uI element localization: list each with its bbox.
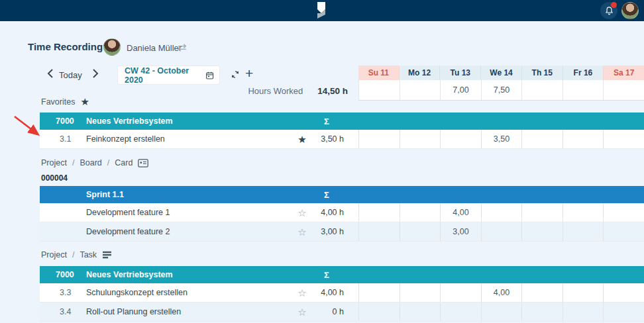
week-day-totals: 7,00 7,50 [358,80,644,101]
week-selector[interactable]: CW 42 - October 2020 [118,66,219,84]
board-code: 000004 [41,173,68,183]
day-total [358,80,400,101]
time-cell[interactable] [603,203,644,222]
refresh-button[interactable] [230,69,241,83]
time-cell[interactable] [603,283,644,302]
card-icon [138,159,148,167]
task-code: 3.4 [40,307,86,316]
time-cell[interactable] [358,283,400,302]
time-cell[interactable] [603,302,644,321]
task-title: Development feature 2 [86,227,295,236]
time-cell[interactable]: 3,00 [440,222,481,241]
hours-worked-summary: Hours Worked 14,50 h [199,86,348,96]
day-header-su: Su 11 [358,66,399,80]
favorite-toggle-icon[interactable]: ★ [295,130,309,149]
time-cell[interactable] [400,302,441,321]
next-week-button[interactable] [91,69,101,79]
row-total-hours: 0 h [309,307,344,316]
notification-badge [611,2,617,8]
day-total [400,80,441,101]
row-total-hours: 3,50 h [309,134,344,144]
time-cell[interactable] [358,130,400,148]
time-cell[interactable] [358,302,400,321]
task-code: 3.1 [40,134,86,144]
breadcrumb-item: Project [41,158,67,167]
time-cell[interactable] [563,302,604,321]
user-avatar-topbar[interactable] [621,2,639,19]
time-cell[interactable] [603,222,644,241]
hours-worked-label: Hours Worked [248,86,303,96]
time-cell[interactable] [563,283,604,302]
time-cell[interactable] [481,203,522,222]
time-cell[interactable] [521,283,563,302]
project-code: 7000 [40,270,86,279]
row-total-hours: 4,00 h [309,208,344,217]
time-cell[interactable] [481,222,522,241]
project-title: Neues Vertriebsystem [86,116,309,126]
user-name: Daniela Müller [127,43,182,53]
favorites-table: 7000 Neues Vertriebsystem Σ 3.1 Feinkonz… [40,113,644,149]
time-cell[interactable] [440,283,481,302]
time-cell[interactable] [563,130,604,148]
table-row: 3.3 Schulungskonzept erstellen ☆ 4,00 h … [40,283,644,302]
time-recording-app: Time Recording Daniela Müller ⇄ Today CW… [0,0,644,323]
time-cell[interactable]: 3,50 [481,130,522,148]
week-day-headers: Su 11 Mo 12 Tu 13 We 14 Th 15 Fr 16 Sa 1… [358,66,644,80]
time-cell[interactable]: 4,00 [481,283,522,302]
row-total-hours: 4,00 h [309,288,344,297]
time-cell[interactable] [440,302,481,321]
day-total [521,80,563,101]
favorites-label: Favorites ★ [41,96,89,108]
time-cell[interactable] [358,222,400,241]
sum-symbol: Σ [309,270,344,280]
week-selector-value: CW 42 - October 2020 [125,66,205,85]
time-cell[interactable] [400,222,441,241]
favorite-toggle-icon[interactable]: ☆ [295,203,309,222]
project-header-row: 7000 Neues Vertriebsystem Σ [40,113,644,130]
day-total: 7,00 [440,80,481,101]
favorite-toggle-icon[interactable]: ☆ [295,283,309,302]
breadcrumb-item: Board [80,158,101,167]
task-title: Development feature 1 [86,208,295,217]
user-avatar[interactable] [103,38,121,56]
time-cell[interactable] [521,222,563,241]
breadcrumb-task: Project / Task [41,250,112,259]
task-title: Schulungskonzept erstellen [86,288,295,297]
today-button[interactable]: Today [59,70,82,80]
refresh-icon [230,69,241,80]
cursor-icon [313,1,329,23]
day-total [603,80,644,101]
sprint-title: Sprint 1.1 [86,190,309,199]
time-cell[interactable] [521,302,563,321]
task-title: Roll-out Planung erstellen [86,307,295,316]
time-cell[interactable] [400,283,441,302]
breadcrumb-item: Task [80,250,97,259]
time-cell[interactable] [440,130,481,148]
favorite-toggle-icon[interactable]: ☆ [295,222,309,242]
board-table: Sprint 1.1 Σ Development feature 1 ☆ 4,0… [40,186,644,242]
favorite-toggle-icon[interactable]: ☆ [295,302,309,322]
time-cell[interactable] [521,130,563,148]
day-header-sa: Sa 17 [603,66,644,80]
top-navigation-bar [0,0,644,21]
previous-week-button[interactable] [46,69,56,79]
day-total [563,80,604,101]
project-title: Neues Vertriebsystem [86,270,309,279]
table-row: 3.1 Feinkonzept erstellen ★ 3,50 h 3,50 [40,130,644,149]
time-cell[interactable] [400,130,441,148]
switch-user-icon[interactable]: ⇄ [178,41,186,54]
calendar-icon [205,71,214,80]
time-cell[interactable] [603,130,644,148]
time-cell[interactable] [358,203,400,222]
time-cell[interactable] [563,222,604,241]
time-cell[interactable]: 4,00 [440,203,481,222]
add-entry-button[interactable]: + [245,66,253,81]
time-cell[interactable] [481,302,522,321]
day-header-we: We 14 [480,66,521,80]
day-header-mo: Mo 12 [399,66,440,80]
day-header-fr: Fr 16 [563,66,604,80]
time-cell[interactable] [521,203,563,222]
time-cell[interactable] [400,203,441,222]
time-cell[interactable] [563,203,604,222]
hours-worked-value: 14,50 h [317,86,348,96]
